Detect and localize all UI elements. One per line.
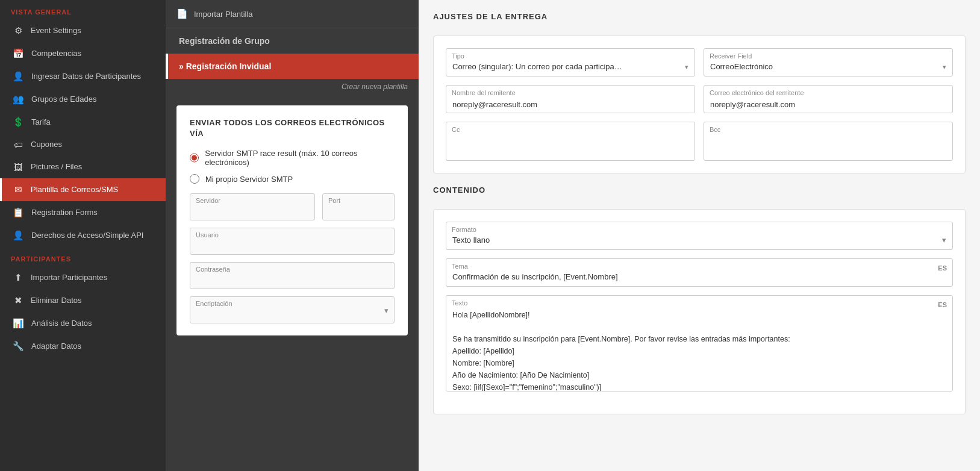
image-icon: 🖼 — [13, 162, 23, 172]
sidebar-item-registration-forms[interactable]: 📋 Registration Forms — [0, 201, 166, 224]
nav-group-label: Registración de Grupo — [179, 36, 270, 46]
tema-label: Tema — [452, 263, 468, 270]
encriptacion-select[interactable]: SSL TLS — [190, 296, 395, 323]
texto-textarea[interactable]: Hola [ApellidoNombre]! Se ha transmitido… — [446, 295, 953, 391]
sidebar-item-label: Event Settings — [31, 26, 155, 36]
tema-lang-badge: ES — [938, 264, 947, 272]
receiver-select[interactable]: CorreoElectrónico ▾ — [704, 48, 953, 76]
smtp-raceresult-label: Servidor SMTP race result (máx. 10 corre… — [205, 149, 395, 167]
sidebar-item-label: Ingresar Datos de Participantes — [31, 72, 155, 82]
smtp-servidor-port-row: Servidor Port — [190, 193, 395, 220]
middle-panel: 📄 Importar Plantilla Registración de Gru… — [166, 0, 419, 471]
formato-value: Texto llano — [452, 236, 490, 245]
sidebar-item-label: Tarifa — [31, 117, 155, 128]
servidor-field: Servidor — [190, 193, 315, 220]
sidebar-item-label: Competencias — [31, 49, 155, 59]
formato-field: Formato Texto llano ▾ — [446, 222, 953, 250]
tema-field: Tema ES — [446, 258, 953, 287]
smtp-raceresult-radio[interactable] — [190, 153, 199, 163]
receiver-chevron-icon: ▾ — [943, 63, 946, 71]
tipo-select[interactable]: Correo (singular): Un correo por cada pa… — [446, 48, 695, 76]
import-plantilla-row[interactable]: 📄 Importar Plantilla — [166, 0, 419, 28]
servidor-input[interactable] — [190, 193, 315, 220]
tipo-value: Correo (singular): Un correo por cada pa… — [452, 62, 622, 71]
sidebar-item-cupones[interactable]: 🏷 Cupones — [0, 134, 166, 156]
sidebar: VISTA GENERAL ⚙ Event Settings 📅 Compete… — [0, 0, 166, 471]
form-icon: 📋 — [13, 207, 24, 218]
delivery-grid: Tipo Correo (singular): Un correo por ca… — [446, 48, 953, 161]
remitente-nombre-field: Nombre del remitente — [446, 85, 695, 113]
smtp-fields-group: Servidor Port Usuario Contraseña Encript… — [190, 193, 395, 323]
sidebar-item-derechos-acceso[interactable]: 👤 Derechos de Acceso/Simple API — [0, 224, 166, 247]
formato-select[interactable]: Texto llano ▾ — [446, 222, 953, 250]
correo-remitente-field: Correo electrónico del remitente — [704, 85, 953, 113]
texto-label: Texto — [452, 299, 467, 307]
upload-icon: ⬆ — [13, 272, 23, 283]
sidebar-item-ingresar-datos[interactable]: 👤 Ingresar Datos de Participantes — [0, 65, 166, 88]
user-icon: 👤 — [13, 71, 24, 82]
smtp-card: ENVIAR TODOS LOS CORREOS ELECTRÓNICOS VÍ… — [176, 105, 408, 335]
smtp-radio-group: Servidor SMTP race result (máx. 10 corre… — [190, 149, 395, 184]
calendar-icon: 📅 — [13, 48, 24, 59]
texto-field: Texto Hola [ApellidoNombre]! Se ha trans… — [446, 295, 953, 393]
sidebar-item-label: Análisis de Datos — [31, 319, 155, 329]
nav-group-registration[interactable]: Registración de Grupo — [166, 28, 419, 54]
sidebar-item-label: Plantilla de Correos/SMS — [31, 185, 155, 195]
vista-general-label: VISTA GENERAL — [0, 0, 166, 19]
create-new-template-link[interactable]: Crear nueva plantilla — [166, 79, 419, 95]
sidebar-item-label: Derechos de Acceso/Simple API — [31, 231, 155, 241]
sidebar-item-tarifa[interactable]: 💲 Tarifa — [0, 111, 166, 134]
participantes-label: PARTICIPANTES — [0, 247, 166, 266]
sidebar-item-label: Importar Participantes — [31, 273, 155, 283]
sidebar-item-analisis-datos[interactable]: 📊 Análisis de Datos — [0, 312, 166, 335]
sidebar-item-eliminar-datos[interactable]: ✖ Eliminar Datos — [0, 289, 166, 312]
cc-input[interactable] — [446, 122, 695, 161]
tipo-field: Tipo Correo (singular): Un correo por ca… — [446, 48, 695, 76]
sidebar-item-label: Cupones — [31, 140, 155, 150]
chart-icon: 📊 — [13, 318, 24, 329]
content-section-header: CONTENIDO — [433, 186, 966, 198]
receiver-value: CorreoElectrónico — [710, 62, 773, 71]
wrench-icon: 🔧 — [13, 341, 24, 352]
import-icon: 📄 — [176, 8, 188, 19]
contrasena-field: Contraseña — [190, 262, 395, 289]
smtp-propio-radio[interactable] — [190, 174, 199, 184]
dollar-icon: 💲 — [13, 117, 24, 128]
smtp-raceresult-option[interactable]: Servidor SMTP race result (máx. 10 corre… — [190, 149, 395, 167]
sidebar-item-plantilla-correos[interactable]: ✉ Plantilla de Correos/SMS — [0, 178, 166, 201]
nav-individual-registration[interactable]: Registración Invidual — [166, 54, 419, 79]
sidebar-item-importar-participantes[interactable]: ⬆ Importar Participantes — [0, 266, 166, 289]
formato-label: Formato — [452, 226, 476, 233]
nav-individual-label: Registración Invidual — [186, 61, 272, 71]
tema-input[interactable] — [446, 258, 953, 287]
encriptacion-field: Encriptación SSL TLS — [190, 296, 395, 323]
sidebar-item-label: Adaptar Datos — [31, 342, 155, 352]
sidebar-item-label: Registration Forms — [31, 208, 155, 218]
import-plantilla-label: Importar Plantilla — [194, 10, 253, 19]
delivery-section-header: AJUSTES DE LA ENTREGA — [433, 12, 966, 25]
port-input[interactable] — [322, 193, 395, 220]
delivery-card: Tipo Correo (singular): Un correo por ca… — [433, 36, 966, 173]
contrasena-input[interactable] — [190, 262, 395, 289]
delete-icon: ✖ — [13, 295, 23, 306]
sidebar-item-adaptar-datos[interactable]: 🔧 Adaptar Datos — [0, 335, 166, 358]
correo-remitente-input[interactable] — [704, 85, 953, 113]
group-icon: 👥 — [13, 94, 24, 105]
sidebar-item-label: Grupos de Edades — [31, 95, 155, 105]
remitente-nombre-input[interactable] — [446, 85, 695, 113]
receiver-field: Receiver Field CorreoElectrónico ▾ — [704, 48, 953, 76]
smtp-propio-option[interactable]: Mi propio Servidor SMTP — [190, 174, 395, 184]
sidebar-item-grupos-edades[interactable]: 👥 Grupos de Edades — [0, 88, 166, 111]
key-icon: 👤 — [13, 230, 24, 241]
email-icon: ✉ — [13, 184, 23, 195]
sidebar-item-event-settings[interactable]: ⚙ Event Settings — [0, 19, 166, 42]
sidebar-item-pictures-files[interactable]: 🖼 Pictures / Files — [0, 156, 166, 178]
bcc-input[interactable] — [704, 122, 953, 161]
sidebar-item-competencias[interactable]: 📅 Competencias — [0, 42, 166, 65]
smtp-card-title: ENVIAR TODOS LOS CORREOS ELECTRÓNICOS VÍ… — [190, 117, 395, 139]
usuario-input[interactable] — [190, 228, 395, 255]
right-panel: AJUSTES DE LA ENTREGA Tipo Correo (singu… — [419, 0, 980, 471]
sidebar-item-label: Eliminar Datos — [31, 296, 155, 306]
texto-lang-badge: ES — [938, 301, 947, 308]
tipo-chevron-icon: ▾ — [685, 63, 688, 71]
